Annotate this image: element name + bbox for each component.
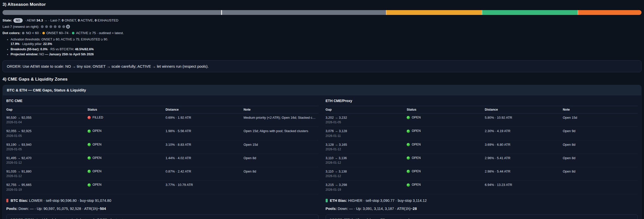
btc-gaps-table: GapStatusDistanceNote90,530 → 92,0552026…	[6, 106, 319, 194]
text-segment: Breakouts (55-bar): 0.0%	[11, 47, 48, 51]
status-dot-icon	[407, 116, 410, 119]
gap-date: 2026-01-12	[326, 148, 404, 151]
text-segment: 48.5%/82.6%	[75, 47, 94, 51]
aewi-gauge	[3, 10, 641, 15]
gap-date: 2026-01-12	[326, 174, 404, 178]
status-dot-icon	[407, 130, 410, 133]
gap-value: 92,755 → 95,665	[6, 183, 85, 187]
status-indicator: OPEN	[88, 129, 163, 133]
text-segment: · RS vs BTC/ETH:	[48, 47, 75, 51]
btc-column: BTC CME GapStatusDistanceNote90,530 → 92…	[6, 96, 319, 219]
status-label: OPEN	[412, 143, 421, 147]
note-cell: Open 15d	[244, 140, 319, 154]
state-badge: NO	[13, 18, 23, 23]
status-indicator: OPEN	[407, 169, 482, 174]
eth-table-subtitle: ETH CME/Proxy	[326, 99, 638, 103]
table-row: 3,202 → 3,2322026-01-05OPEN5.80% · 10.92…	[326, 113, 638, 127]
legend-dot-icon	[72, 32, 74, 34]
text-segment: 34.3	[36, 18, 43, 22]
legend-separator: ·	[68, 31, 71, 35]
btc-bias-text: BTC Bias: LOWER · sell-stop 90,596.80 · …	[11, 199, 111, 203]
text-segment: Down: — · Up: 3,091, 3,114, 3,187 · ATR(…	[337, 207, 413, 211]
note-cell	[244, 181, 319, 194]
table-header-cell: Status	[88, 106, 165, 113]
status-cell: OPEN	[88, 181, 165, 194]
table-header-cell: Distance	[165, 106, 243, 113]
status-label: OPEN	[412, 156, 421, 160]
gap-value: 3,128 → 3,165	[326, 143, 404, 147]
distance-cell: 1.98% · 5.56 ATR	[165, 127, 243, 140]
gap-date: 2026-01-05	[6, 148, 85, 151]
last7-dot-icon	[62, 25, 65, 28]
table-row: 3,110 → 3,1362026-01-12OPEN2.96% · 5.41 …	[326, 154, 638, 167]
legend-suffix: outlined = latest.	[99, 31, 124, 35]
altseason-bullets: Activation thresholds: ONSET ≥ 60; ACTIV…	[3, 37, 641, 57]
table-row: 3,128 → 3,1652026-01-12OPEN3.69% · 6.80 …	[326, 140, 638, 154]
text-segment: LOWER · sell-stop 90,596.80 · buy-stop 9…	[28, 199, 111, 203]
last7-dot-latest-icon	[67, 25, 69, 28]
aewi-gauge-marker-icon	[221, 10, 222, 15]
gap-cell: 92,055 → 92,9252026-01-05	[6, 127, 88, 140]
cme-card-title: BTC & ETH — CME Gaps, Status & Liquidity	[3, 85, 641, 95]
text-segment: 504	[100, 207, 106, 211]
status-cell: OPEN	[88, 167, 165, 180]
distance-cell: 3.77% · 10.79 ATR	[165, 181, 243, 194]
note-cell: Open 8d	[244, 154, 319, 167]
bullet-line: 17.9% · Liquidity pillar: 22.5%	[11, 42, 641, 46]
distance-cell: 3.69% · 6.80 ATR	[485, 140, 563, 154]
cme-card-body: BTC CME GapStatusDistanceNote90,530 → 92…	[3, 95, 641, 219]
legend-dot-icon	[22, 32, 24, 34]
text-segment: State:	[3, 18, 12, 22]
eth-bias-line: ETH Bias: HIGHER · sell-stop 3,090.77 · …	[326, 199, 638, 203]
gap-date: 2026-01-12	[326, 161, 404, 165]
btc-table-subtitle: BTC CME	[6, 99, 319, 103]
status-indicator: OPEN	[407, 183, 482, 187]
text-segment: ETH Bias:	[330, 199, 347, 203]
bullet-item: Breakouts (55-bar): 0.0% · RS vs BTC/ETH…	[11, 47, 641, 52]
status-dot-icon	[407, 156, 410, 160]
gap-date: 2026-01-04	[6, 120, 85, 124]
status-dot-icon	[88, 170, 91, 173]
note-cell: Open 15d	[563, 113, 638, 127]
gap-date: 2026-01-11	[326, 134, 404, 138]
status-cell: OPEN	[407, 167, 485, 180]
text-segment: · AEWI	[24, 18, 37, 22]
eth-order-box: ORDER (ETH): Allow alt longs; TP near ne…	[326, 214, 638, 219]
gap-date: 2026-01-05	[326, 120, 404, 124]
eth-pools-line: Pools: Down: — · Up: 3,091, 3,114, 3,187…	[326, 207, 638, 211]
legend-item-label: NO < 60	[26, 31, 39, 35]
gap-cell: 3,128 → 3,1652026-01-12	[326, 140, 407, 154]
text-segment: BTC Bias:	[11, 199, 28, 203]
gap-value: 3,110 → 3,136	[326, 156, 404, 160]
note-cell: Open 15d; Aligns with pool; Stacked clus…	[244, 127, 319, 140]
gap-cell: 3,110 → 3,1382026-01-12	[326, 167, 407, 180]
gap-date: 2026-01-19	[326, 188, 404, 192]
status-dot-icon	[88, 116, 91, 119]
status-cell: OPEN	[407, 154, 485, 167]
gap-cell: 91,495 → 92,4702026-01-12	[6, 154, 88, 167]
text-segment: NO	[39, 53, 45, 56]
table-row: 3,076 → 3,1282026-01-11OPEN2.30% · 4.19 …	[326, 127, 638, 140]
gap-value: 91,495 → 92,470	[6, 156, 85, 160]
table-header-cell: Status	[407, 106, 485, 113]
text-segment: Pools:	[326, 207, 337, 211]
note-cell: Open 8d	[563, 167, 638, 180]
dot-colors-line: Dot colors: NO < 60 · ONSET 60–74 · ACTI…	[3, 31, 641, 35]
gap-cell: 91,035 → 91,8802026-01-12	[6, 167, 88, 180]
text-segment: Down: — · Up: 90,597, 91,075, 92,528 · A…	[17, 207, 100, 211]
status-indicator: OPEN	[407, 156, 482, 160]
status-cell: OPEN	[407, 181, 485, 194]
status-cell: OPEN	[407, 127, 485, 140]
text-segment: 28	[413, 207, 417, 211]
note-cell: Medium priority (<2 ATR); Open 16d; Stac…	[244, 113, 319, 127]
last7-dot-icon	[45, 25, 48, 28]
note-cell	[563, 181, 638, 194]
bullet-line: Projected window: NO — January 25th to A…	[11, 52, 641, 57]
status-dot-icon	[88, 156, 91, 160]
status-dot-icon	[88, 183, 91, 187]
gap-date: 2026-01-12	[6, 174, 85, 178]
btc-pools-line: Pools: Down: — · Up: 90,597, 91,075, 92,…	[6, 207, 319, 211]
text-segment: Activation thresholds: ONSET ≥ 60; ACTIV…	[11, 38, 108, 41]
table-header-row: GapStatusDistanceNote	[6, 106, 319, 113]
status-cell: OPEN	[407, 113, 485, 127]
